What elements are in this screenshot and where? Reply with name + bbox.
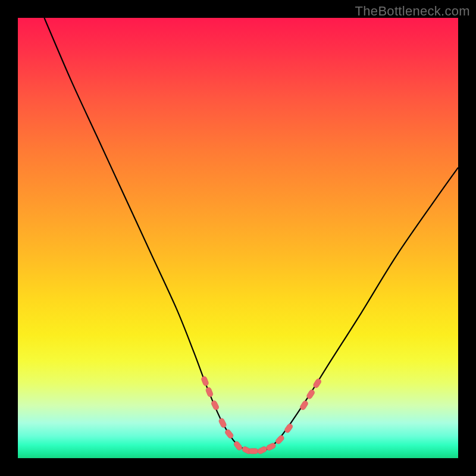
curve-marker xyxy=(224,428,234,439)
curve-marker xyxy=(249,449,258,454)
curve-marker xyxy=(265,442,276,451)
curve-marker xyxy=(312,378,322,389)
chart-plot-area xyxy=(18,18,458,458)
curve-marker xyxy=(205,387,214,397)
curve-marker xyxy=(242,446,252,455)
curve-marker xyxy=(257,446,268,455)
curve-marker xyxy=(299,400,309,411)
curve-marker xyxy=(284,423,294,434)
curve-marker xyxy=(211,400,220,411)
curve-marker xyxy=(201,375,209,386)
watermark-text: TheBottleneck.com xyxy=(355,4,470,19)
curve-marker xyxy=(306,389,315,400)
curve-marker xyxy=(275,434,285,445)
curve-marker xyxy=(233,440,243,451)
bottleneck-curve xyxy=(18,18,458,458)
chart-frame: TheBottleneck.com xyxy=(0,0,476,476)
curve-marker xyxy=(218,418,227,428)
